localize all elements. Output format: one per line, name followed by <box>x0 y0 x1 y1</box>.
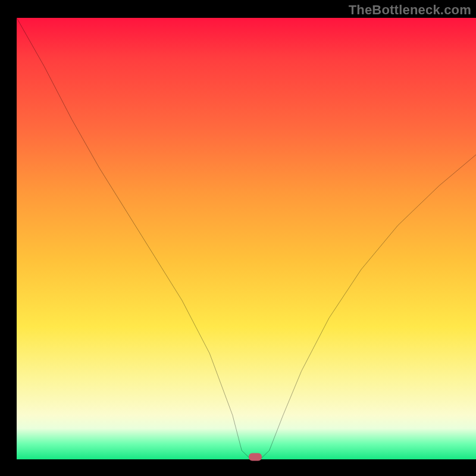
curve-path <box>17 18 476 459</box>
bottleneck-curve <box>17 18 476 459</box>
chart-frame: TheBottleneck.com <box>0 0 476 476</box>
optimum-marker <box>249 453 262 461</box>
watermark-text: TheBottleneck.com <box>349 2 471 18</box>
plot-area <box>17 18 476 459</box>
